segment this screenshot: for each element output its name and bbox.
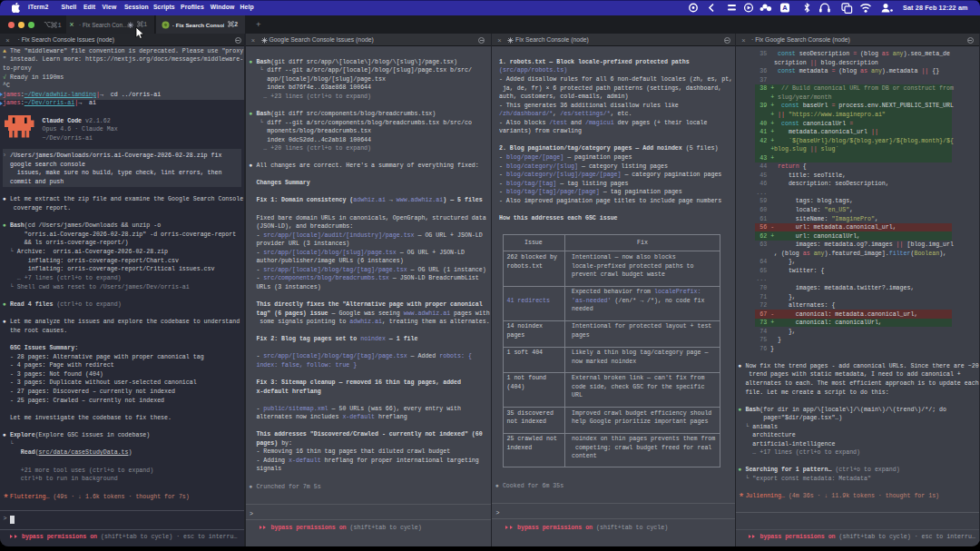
svg-text:A: A (782, 4, 788, 12)
